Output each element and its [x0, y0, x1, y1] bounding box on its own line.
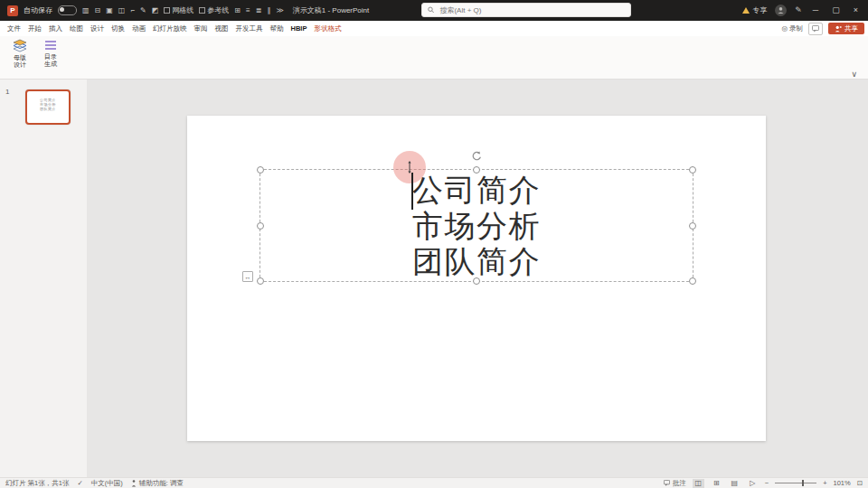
button-label: 目录 生成 [44, 53, 57, 68]
account-upgrade-button[interactable]: 专享 [742, 5, 767, 15]
tab-file[interactable]: 文件 [4, 24, 24, 33]
share-label: 共享 [844, 24, 858, 33]
button-label: 母版 设计 [14, 54, 26, 69]
account-label: 专享 [752, 5, 767, 15]
editing-canvas: 公司简介 市场分析 团队简介 ↔ [87, 80, 868, 477]
tab-design[interactable]: 设计 [87, 24, 108, 33]
status-bar: 幻灯片 第1张，共1张 ✓ 中文(中国) 辅助功能: 调查 批注 ◫ ⊞ ▤ ▷… [0, 477, 868, 488]
zoom-slider-thumb[interactable] [802, 480, 804, 486]
rotate-handle-icon[interactable] [471, 149, 482, 165]
master-design-button[interactable]: 母版 设计 [5, 39, 34, 77]
autofit-options-button[interactable]: ↔ [242, 271, 253, 282]
autosave-toggle[interactable] [58, 5, 77, 15]
textbox-content[interactable]: 公司简介 市场分析 团队简介 [260, 173, 693, 280]
insert-picture-icon[interactable]: ▣ [106, 7, 113, 14]
accessibility-person-icon [131, 480, 137, 487]
search-box[interactable] [421, 3, 631, 17]
distribute-icon[interactable]: ≣ [256, 7, 262, 14]
powerpoint-app-icon[interactable]: P [7, 5, 18, 16]
comment-bubble-icon [664, 480, 670, 486]
share-button[interactable]: 共享 [828, 23, 864, 34]
zoom-percent[interactable]: 101% [834, 479, 851, 487]
more-commands-icon[interactable]: ≫ [276, 7, 283, 14]
editing-pencil-icon[interactable]: ✎ [795, 6, 802, 14]
language-indicator[interactable]: 中文(中国) [91, 479, 123, 488]
textbox-selection[interactable]: 公司简介 市场分析 团队简介 [259, 169, 693, 282]
fit-to-window-button[interactable]: ⊡ [857, 479, 863, 487]
slideshow-button[interactable]: ▷ [747, 479, 759, 488]
zoom-out-button[interactable]: − [765, 479, 769, 487]
thumbnail-text: 公司简介 市场分析 团队简介 [27, 98, 69, 111]
text-line: 团队简介 [260, 244, 693, 280]
search-input[interactable] [438, 5, 625, 15]
toc-generate-button[interactable]: 目录 生成 [36, 39, 65, 77]
checkbox-icon [164, 7, 170, 14]
accessibility-checker[interactable]: 辅助功能: 调查 [131, 479, 184, 488]
record-label: 录制 [789, 24, 803, 33]
autosave-label: 自动保存 [24, 5, 52, 15]
collapse-ribbon-chevron-icon[interactable]: ∨ [851, 70, 857, 79]
highlighter-icon[interactable]: ◩ [152, 7, 159, 14]
statusbar-left: 幻灯片 第1张，共1张 ✓ 中文(中国) 辅助功能: 调查 [5, 479, 184, 488]
comments-button[interactable] [808, 23, 823, 35]
tab-animations[interactable]: 动画 [128, 24, 149, 33]
comment-bubble-icon [812, 25, 819, 33]
record-icon: ◎ [781, 24, 788, 33]
tab-hbip[interactable]: HBIP [288, 24, 311, 33]
format-painter-icon[interactable]: ⌐ [130, 7, 135, 14]
slide-indicator[interactable]: 幻灯片 第1张，共1张 [5, 479, 69, 488]
restore-button[interactable]: ▢ [829, 6, 843, 14]
ribbon-content: 母版 设计 目录 生成 ∨ [0, 36, 868, 80]
document-title: 演示文稿1 - PowerPoint [293, 5, 369, 15]
slide-thumbnail[interactable]: 公司简介 市场分析 团队简介 [25, 89, 71, 125]
tab-review[interactable]: 审阅 [191, 24, 212, 33]
search-icon [428, 6, 434, 14]
tab-view[interactable]: 视图 [212, 24, 232, 33]
slide[interactable]: 公司简介 市场分析 团队简介 ↔ [187, 116, 766, 441]
arrange-icon[interactable]: ∥ [267, 7, 270, 14]
minimize-button[interactable]: ─ [810, 6, 821, 14]
tab-slideshow[interactable]: 幻灯片放映 [149, 24, 191, 33]
gridlines-label: 网格线 [172, 5, 193, 15]
slide-sorter-view-button[interactable]: ⊞ [711, 479, 722, 488]
screenshot-icon[interactable]: ◫ [118, 7, 126, 14]
text-line: 市场分析 [260, 209, 693, 245]
title-bar: P 自动保存 ▥ ⊟ ▣ ◫ ⌐ ✎ ◩ 网格线 参考线 ⊞ ≡ ≣ ∥ ≫ 演… [0, 0, 868, 21]
tab-home[interactable]: 开始 [24, 24, 45, 33]
avatar[interactable] [775, 5, 787, 16]
statusbar-right: 批注 ◫ ⊞ ▤ ▷ − + 101% ⊡ [664, 479, 863, 488]
toggle-knob-icon [60, 7, 64, 12]
tab-transitions[interactable]: 切换 [108, 24, 128, 33]
close-button[interactable]: × [851, 6, 861, 14]
person-icon [777, 6, 785, 14]
layered-design-icon [12, 39, 28, 52]
align-icon[interactable]: ≡ [246, 7, 250, 14]
crop-icon[interactable]: ⊞ [234, 7, 241, 14]
zoom-slider[interactable] [775, 483, 816, 483]
guides-checkbox[interactable]: 参考线 [199, 5, 229, 15]
gridlines-checkbox[interactable]: 网格线 [164, 5, 193, 15]
save-icon[interactable]: ▥ [82, 7, 90, 14]
print-preview-icon[interactable]: ⊟ [95, 7, 101, 14]
tab-insert[interactable]: 插入 [45, 24, 66, 33]
tab-shape-format[interactable]: 形状格式 [310, 24, 344, 33]
proofing-icon[interactable]: ✓ [77, 479, 82, 487]
tab-developer[interactable]: 开发工具 [232, 24, 267, 33]
comments-status-button[interactable]: 批注 [664, 479, 686, 488]
reading-view-button[interactable]: ▤ [729, 479, 741, 488]
guides-label: 参考线 [207, 5, 229, 15]
warning-icon [742, 7, 750, 14]
tab-draw[interactable]: 绘图 [66, 24, 87, 33]
text-line: 公司简介 [260, 173, 693, 209]
titlebar-right-cluster: 专享 ✎ ─ ▢ × [742, 5, 861, 16]
checkbox-icon [199, 7, 205, 14]
ribbon-right-cluster: ◎ 录制 共享 [781, 23, 864, 35]
record-button[interactable]: ◎ 录制 [781, 24, 803, 33]
text-cursor-icon [405, 161, 414, 174]
zoom-in-button[interactable]: + [823, 479, 826, 487]
share-person-icon [835, 25, 842, 33]
draw-pen-icon[interactable]: ✎ [140, 7, 146, 14]
tab-help[interactable]: 帮助 [267, 24, 288, 33]
slide-number: 1 [5, 88, 9, 96]
normal-view-button[interactable]: ◫ [693, 479, 704, 488]
